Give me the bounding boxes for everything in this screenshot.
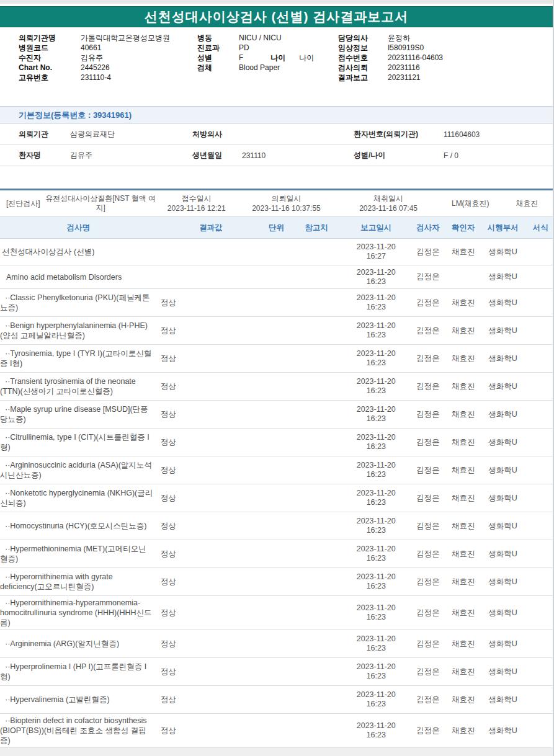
- reported-date: 2023-11-20: [345, 377, 408, 386]
- tester-cell: 김정은: [408, 667, 449, 677]
- column-header-date: 보고일시: [345, 223, 408, 233]
- field-value: PD: [239, 43, 249, 53]
- table-row: ··Citrullinemia, type I (CIT)(시트룰린혈증 I형)…: [0, 429, 553, 456]
- reported-date: 2023-11-20: [345, 721, 408, 731]
- age-label: 나이: [270, 53, 285, 63]
- verifier-cell: 채효진: [449, 494, 478, 503]
- reported-date: 2023-11-20: [345, 242, 408, 252]
- header-field: 임상정보I580919S0: [338, 43, 443, 53]
- header-field: 담당의사윤정하: [338, 33, 443, 43]
- table-row: ··Biopterin defect in cofactor biosynthe…: [0, 714, 553, 748]
- report-title-bar: 선천성대사이상검사 (선별) 검사결과보고서: [0, 6, 553, 27]
- field-value: 2445226: [81, 63, 110, 73]
- reported-date: 2023-11-20: [345, 349, 408, 358]
- reported-time: 16:23: [345, 358, 408, 368]
- verifier-cell: 채효진: [449, 522, 478, 531]
- horizontal-scrollbar[interactable]: [0, 747, 553, 756]
- reported-datetime-cell: 2023-11-2016:23: [345, 572, 408, 591]
- reported-date: 2023-11-20: [345, 321, 408, 331]
- department-cell: 생화학U: [478, 577, 528, 587]
- info-field-label: 환자번호(의뢰기관): [354, 129, 444, 140]
- info-field-value: 김유주: [70, 150, 192, 161]
- department-cell: 생화학U: [478, 354, 528, 363]
- reported-date: 2023-11-20: [345, 268, 408, 277]
- reported-time: 16:23: [345, 386, 408, 396]
- verifier-cell: 채효진: [449, 298, 478, 308]
- reported-date: 2023-11-20: [345, 517, 408, 526]
- info-field-label: 의뢰기관: [19, 129, 70, 140]
- reported-date: 2023-11-20: [345, 405, 408, 414]
- tester-cell: 김정은: [408, 382, 449, 391]
- reported-time: 16:27: [345, 252, 408, 261]
- reported-date: 2023-11-20: [345, 662, 408, 672]
- reported-datetime-cell: 2023-11-2016:23: [345, 690, 408, 709]
- info-field-value: F / 0: [444, 151, 553, 160]
- spacer: [0, 166, 553, 189]
- test-name-cell: ··Maple syrup urine disease [MSUD](단풍당뇨증…: [0, 404, 157, 424]
- requested-value: 2023-11-16 10:37:55: [235, 203, 337, 213]
- basic-info-title-text: 기본정보(등록번호 : 39341961): [19, 110, 132, 120]
- header-group-left: 의뢰기관명가톨릭대학교은평성모병원병원코드40661수진자김유주Chart No…: [19, 33, 170, 82]
- result-value-cell: 정상: [157, 549, 265, 559]
- result-value-cell: 정상: [157, 577, 265, 587]
- reported-time: 16:23: [345, 498, 408, 507]
- table-row: ··Nonketotic hyperglycinemia (NKHG)(글리신뇌…: [0, 484, 553, 512]
- field-value: NICU / NICU: [239, 33, 282, 43]
- collected-label: 채취일시: [337, 193, 440, 203]
- reported-time: 16:23: [345, 672, 408, 681]
- result-value-cell: 정상: [157, 326, 265, 336]
- tester-cell: 김정은: [408, 695, 449, 705]
- received-label: 접수일시: [158, 193, 235, 203]
- result-value-cell: 정상: [157, 381, 265, 392]
- received-value: 2023-11-16 12:21: [158, 203, 235, 213]
- header-field: 병동NICU / NICU: [197, 33, 314, 43]
- reported-datetime-cell: 2023-11-2016:23: [345, 321, 408, 340]
- lab-section: LM(채효진): [439, 198, 501, 209]
- reported-time: 16:23: [345, 277, 408, 287]
- column-header-result: 결과값: [157, 223, 265, 233]
- test-name-cell: ··Argininemia (ARG)(알지닌혈증): [0, 639, 157, 649]
- info-field-value: 삼광의료재단: [70, 129, 192, 140]
- reported-time: 16:23: [345, 731, 408, 740]
- test-name-cell: ··Argininosuccinic aciduria (ASA)(알지노석시닌…: [0, 460, 157, 480]
- result-value-cell: 정상: [157, 298, 265, 308]
- department-cell: 생화학U: [478, 272, 528, 282]
- verifier-cell: 채효진: [449, 667, 478, 677]
- tester-cell: 김정은: [408, 608, 449, 618]
- field-value: 김유주: [81, 53, 103, 63]
- collected-value: 2023-11-16 07:45: [337, 203, 440, 213]
- test-name-cell: Amino acid metabolism Disorders: [0, 272, 157, 282]
- department-cell: 생화학U: [478, 639, 528, 649]
- reported-datetime-cell: 2023-11-2016:23: [345, 268, 408, 287]
- specimen-name: 유전성대사이상질환[NST 혈액 여지]: [43, 194, 158, 213]
- reported-datetime-cell: 2023-11-2016:23: [345, 293, 408, 312]
- collector-name: 채효진: [501, 198, 553, 209]
- department-cell: 생화학U: [478, 726, 528, 736]
- report-page: 선천성대사이상검사 (선별) 검사결과보고서 의뢰기관명가톨릭대학교은평성모병원…: [0, 0, 554, 756]
- header-field: 접수번호20231116-04603: [338, 53, 443, 63]
- table-row: ··Classic Phenylketonuria (PKU)(페닐케톤뇨증)정…: [0, 289, 553, 317]
- reported-datetime-cell: 2023-11-2016:23: [345, 489, 408, 507]
- reported-datetime-cell: 2023-11-2016:23: [345, 517, 408, 535]
- field-value: 20231116-04603: [388, 53, 443, 63]
- test-name-cell: 선천성대사이상검사 (선별): [0, 247, 157, 257]
- requested-datetime: 의뢰일시 2023-11-16 10:37:55: [235, 193, 337, 213]
- tester-cell: 김정은: [408, 354, 449, 363]
- verifier-cell: 채효진: [449, 466, 478, 475]
- header-field: Chart No.2445226: [19, 63, 170, 73]
- reported-time: 16:23: [345, 613, 408, 622]
- field-label: 담당의사: [338, 33, 388, 43]
- verifier-cell: 채효진: [449, 438, 478, 447]
- field-value: Blood Paper: [239, 63, 280, 73]
- table-row: ··Homocystinuria (HCY)(호모시스틴뇨증)정상2023-11…: [0, 512, 553, 540]
- reported-time: 16:23: [345, 470, 408, 479]
- column-header-ref: 참고치: [288, 223, 344, 233]
- column-header-form: 서식: [528, 223, 553, 233]
- field-value: 231110-4: [81, 73, 111, 82]
- table-row: ··Argininemia (ARG)(알지닌혈증)정상2023-11-2016…: [0, 630, 553, 658]
- info-field-value: 111604603: [444, 130, 553, 139]
- result-value-cell: 정상: [157, 437, 265, 448]
- requested-label: 의뢰일시: [235, 193, 337, 203]
- department-cell: 생화학U: [478, 522, 528, 531]
- header-group-middle: 병동NICU / NICU진료과PD성별F나이나이검체Blood Paper: [197, 33, 314, 73]
